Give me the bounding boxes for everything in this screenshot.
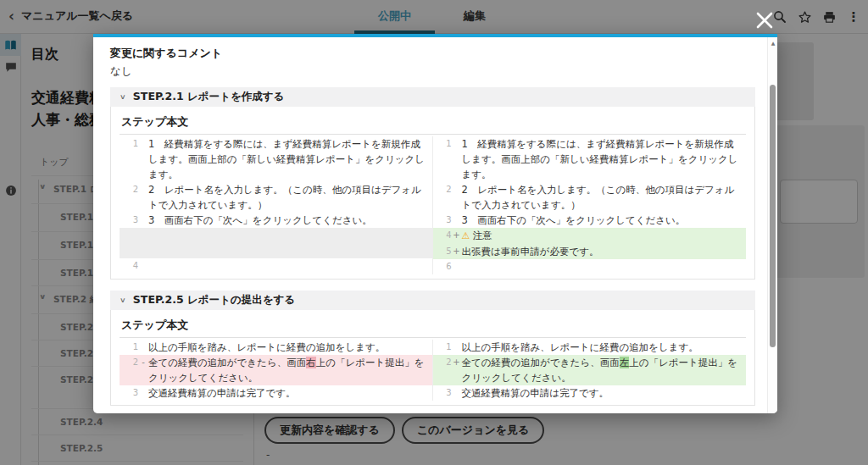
modal-content: 変更に関するコメント なし ∨ STEP.2.1 レポートを作成する ステップ本…	[93, 37, 767, 413]
diff-text: 2 レポート名を入力します。（この時、他の項目はデフォルトで入力されています。）	[462, 182, 747, 213]
section-title: STEP.2.1 レポートを作成する	[133, 90, 284, 104]
line-number: 1	[433, 340, 452, 355]
warning-icon: ⚠	[462, 230, 470, 241]
diff-row: 4	[120, 258, 432, 274]
diff-marker: +	[452, 355, 462, 370]
diff-row: 6	[433, 259, 747, 274]
scrollbar-thumb[interactable]	[770, 85, 776, 347]
diff-text: 1 経費精算をする際には、まず経費精算レポートを新規作成します。画面上部の「新し…	[462, 136, 747, 182]
diff-text: ⚠注意	[462, 228, 747, 244]
line-number: 2	[433, 182, 452, 197]
diff-text: 1 経費精算をする際には、まず経費精算レポートを新規作成します。画面上部の「新し…	[148, 136, 432, 182]
modal-scrollbar[interactable]: ▲	[767, 37, 777, 413]
chevron-down-icon: ∨	[120, 93, 126, 101]
diff-text: 交通経費精算の申請は完了です。	[148, 385, 432, 401]
diff-text: 交通経費精算の申請は完了です。	[462, 385, 747, 401]
diff-text: 以上の手順を踏み、レポートに経費の追加をします。	[462, 340, 747, 355]
change-comment-value: なし	[110, 64, 755, 79]
app-window: ‹ マニュアル一覧へ戻る 公開中 編集 ⋮	[0, 0, 868, 465]
diff-row: 3交通経費精算の申請は完了です。	[120, 385, 432, 401]
line-number: 3	[120, 385, 138, 401]
line-number: 1	[120, 136, 138, 152]
section-header-step-2-1[interactable]: ∨ STEP.2.1 レポートを作成する	[110, 87, 755, 107]
diff-row: 11 経費精算をする際には、まず経費精算レポートを新規作成します。画面上部の「新…	[433, 136, 747, 182]
section-body: ステップ本文 11 経費精算をする際には、まず経費精算レポートを新規作成します。…	[110, 107, 755, 280]
field-label: ステップ本文	[120, 316, 746, 338]
diff-old-column: 11 経費精算をする際には、まず経費精算レポートを新規作成します。画面上部の「新…	[120, 136, 433, 274]
diff-view: 11 経費精算をする際には、まず経費精算レポートを新規作成します。画面上部の「新…	[120, 136, 746, 274]
line-number: 3	[120, 213, 138, 228]
line-number: 3	[433, 385, 452, 401]
diff-text: 3 画面右下の「次へ」をクリックしてください。	[148, 213, 432, 228]
line-number: 4	[120, 258, 138, 274]
diff-row: 2-全ての経費の追加ができたら、画面右上の「レポート提出」をクリックしてください…	[120, 355, 432, 385]
line-number: 1	[120, 340, 138, 355]
diff-row: 1以上の手順を踏み、レポートに経費の追加をします。	[120, 340, 432, 355]
section-title: STEP.2.5 レポートの提出をする	[133, 293, 295, 307]
diff-row: 3交通経費精算の申請は完了です。	[433, 385, 747, 401]
diff-text: 2 レポート名を入力します。（この時、他の項目はデフォルトで入力されています。）	[148, 182, 432, 213]
line-number: 2	[120, 182, 138, 197]
diff-row	[120, 228, 432, 258]
diff-row: 2+全ての経費の追加ができたら、画面左上の「レポート提出」をクリックしてください…	[433, 355, 747, 385]
diff-row: 22 レポート名を入力します。（この時、他の項目はデフォルトで入力されています。…	[120, 182, 432, 213]
diff-text: 3 画面右下の「次へ」をクリックしてください。	[462, 213, 747, 228]
diff-new-column: 1以上の手順を踏み、レポートに経費の追加をします。2+全ての経費の追加ができたら…	[433, 340, 747, 401]
diff-new-column: 11 経費精算をする際には、まず経費精算レポートを新規作成します。画面上部の「新…	[433, 136, 747, 274]
diff-marker: +	[452, 228, 462, 243]
diff-view: 1以上の手順を踏み、レポートに経費の追加をします。2-全ての経費の追加ができたら…	[120, 340, 746, 401]
line-number: 4	[433, 228, 452, 243]
diff-row: 1以上の手順を踏み、レポートに経費の追加をします。	[433, 340, 747, 355]
diff-row: 33 画面右下の「次へ」をクリックしてください。	[120, 213, 432, 228]
diff-marker: +	[452, 244, 462, 259]
diff-row: 11 経費精算をする際には、まず経費精算レポートを新規作成します。画面上部の「新…	[120, 136, 432, 182]
line-number: 3	[433, 213, 452, 228]
diff-text: 以上の手順を踏み、レポートに経費の追加をします。	[148, 340, 432, 355]
line-number: 1	[433, 136, 452, 152]
diff-old-column: 1以上の手順を踏み、レポートに経費の追加をします。2-全ての経費の追加ができたら…	[120, 340, 433, 401]
line-number: 6	[433, 259, 452, 274]
diff-row: 4+⚠注意	[433, 228, 747, 244]
section-header-step-2-5[interactable]: ∨ STEP.2.5 レポートの提出をする	[110, 291, 755, 310]
field-label: ステップ本文	[120, 113, 746, 135]
diff-text: 全ての経費の追加ができたら、画面右上の「レポート提出」をクリックしてください。	[148, 355, 432, 385]
diff-marker: -	[138, 355, 148, 370]
section-body: ステップ本文 1以上の手順を踏み、レポートに経費の追加をします。2-全ての経費の…	[110, 310, 755, 406]
line-number: 2	[433, 355, 452, 370]
change-comment-label: 変更に関するコメント	[110, 46, 755, 61]
diff-row: 5+出張費は事前申請が必要です。	[433, 244, 747, 259]
scroll-up-icon[interactable]: ▲	[768, 40, 777, 46]
diff-text: 出張費は事前申請が必要です。	[462, 244, 747, 259]
version-diff-modal: 変更に関するコメント なし ∨ STEP.2.1 レポートを作成する ステップ本…	[93, 34, 777, 413]
close-icon[interactable]	[753, 8, 776, 32]
diff-row: 22 レポート名を入力します。（この時、他の項目はデフォルトで入力されています。…	[433, 182, 747, 213]
diff-row: 33 画面右下の「次へ」をクリックしてください。	[433, 213, 747, 228]
line-number: 5	[433, 244, 452, 259]
line-number: 2	[120, 355, 138, 370]
chevron-down-icon: ∨	[120, 296, 126, 304]
diff-text: 全ての経費の追加ができたら、画面左上の「レポート提出」をクリックしてください。	[462, 355, 747, 385]
